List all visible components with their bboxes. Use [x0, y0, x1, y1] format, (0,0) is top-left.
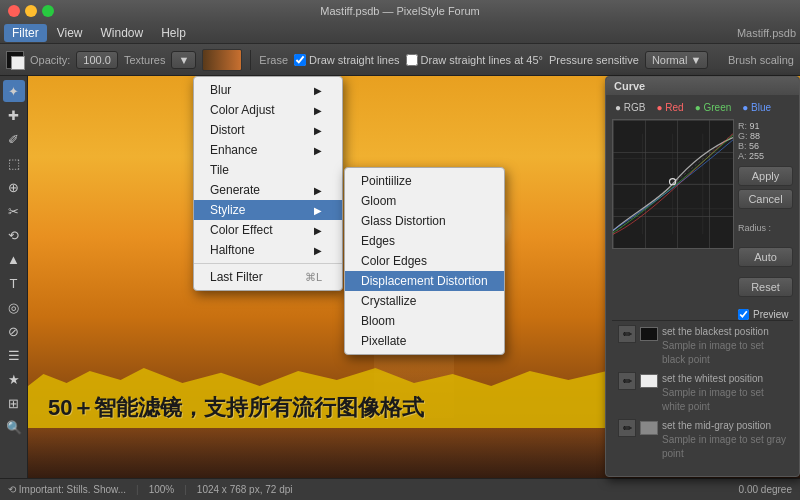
- erase-label: Erase: [259, 54, 288, 66]
- stylize-crystallize[interactable]: Crystallize: [345, 291, 504, 311]
- file-name: Mastiff.psdb: [737, 27, 796, 39]
- draw-straight-check[interactable]: Draw straight lines: [294, 54, 399, 66]
- color-swatches: [6, 51, 24, 69]
- white-point-sublabel: Sample in image to set white point: [662, 386, 787, 414]
- channel-red[interactable]: ● Red: [654, 101, 687, 114]
- stylize-pointiilize[interactable]: Pointiilize: [345, 171, 504, 191]
- tool-text[interactable]: T: [3, 272, 25, 294]
- traffic-lights: [8, 5, 54, 17]
- tool-shape[interactable]: ▲: [3, 248, 25, 270]
- textures-btn[interactable]: ▼: [171, 51, 196, 69]
- filter-distort[interactable]: Distort ▶: [194, 120, 342, 140]
- image-dimensions: 1024 x 768 px, 72 dpi: [197, 484, 293, 495]
- curve-panel-titlebar: Curve: [606, 77, 799, 95]
- filter-tile[interactable]: Tile: [194, 160, 342, 180]
- tool-pen[interactable]: ✐: [3, 128, 25, 150]
- filter-color-effect[interactable]: Color Effect ▶: [194, 220, 342, 240]
- tool-star[interactable]: ★: [3, 368, 25, 390]
- gray-point-sublabel: Sample in image to set gray point: [662, 433, 787, 461]
- tool-eraser[interactable]: ⊘: [3, 320, 25, 342]
- stylize-displacement[interactable]: Displacement Distortion: [345, 271, 504, 291]
- textures-label: Textures: [124, 54, 166, 66]
- auto-button[interactable]: Auto: [738, 247, 793, 267]
- filter-blur[interactable]: Blur ▶: [194, 80, 342, 100]
- curve-panel: Curve ● RGB ● Red ● Green ● Blue: [605, 76, 800, 477]
- filter-color-adjust[interactable]: Color Adjust ▶: [194, 100, 342, 120]
- stylize-edges[interactable]: Edges: [345, 231, 504, 251]
- filter-generate[interactable]: Generate ▶: [194, 180, 342, 200]
- filter-stylize[interactable]: Stylize ▶: [194, 200, 342, 220]
- filter-last[interactable]: Last Filter ⌘L: [194, 267, 342, 287]
- fullscreen-button[interactable]: [42, 5, 54, 17]
- tool-grid[interactable]: ⊞: [3, 392, 25, 414]
- tool-zoom[interactable]: 🔍: [3, 416, 25, 438]
- draw-straight-checkbox[interactable]: [294, 54, 306, 66]
- stylize-color-edges[interactable]: Color Edges: [345, 251, 504, 271]
- tool-rotate[interactable]: ⟲: [3, 224, 25, 246]
- filter-halftone[interactable]: Halftone ▶: [194, 240, 342, 260]
- menu-item-filter[interactable]: Filter: [4, 24, 47, 42]
- white-point-row: ✏ set the whitest position Sample in ima…: [618, 372, 787, 414]
- tool-crop[interactable]: ✂: [3, 200, 25, 222]
- tool-eyedropper[interactable]: ◎: [3, 296, 25, 318]
- channel-blue[interactable]: ● Blue: [739, 101, 774, 114]
- main-window: Mastiff.psdb — PixelStyle Forum Filter V…: [0, 0, 800, 500]
- gray-eyedropper-icon[interactable]: ✏: [618, 419, 636, 437]
- black-point-sublabel: Sample in image to set black point: [662, 339, 787, 367]
- white-swatch: [640, 374, 658, 388]
- opacity-input[interactable]: 100.0: [76, 51, 118, 69]
- tool-move[interactable]: ✚: [3, 104, 25, 126]
- menu-item-help[interactable]: Help: [153, 24, 194, 42]
- reset-button[interactable]: Reset: [738, 277, 793, 297]
- foreground-color[interactable]: [6, 51, 24, 69]
- curve-panel-body: ● RGB ● Red ● Green ● Blue: [606, 95, 799, 476]
- filter-separator: [194, 263, 342, 264]
- brush-preview: [202, 49, 242, 71]
- title-bar: Mastiff.psdb — PixelStyle Forum: [0, 0, 800, 22]
- status-bar: ⟲ Important: Stills. Show... | 100% | 10…: [0, 478, 800, 500]
- b-value: B: 56: [738, 141, 793, 151]
- stylize-gloom[interactable]: Gloom: [345, 191, 504, 211]
- mode-dropdown[interactable]: Normal ▼: [645, 51, 708, 69]
- cancel-button[interactable]: Cancel: [738, 189, 793, 209]
- tool-rect[interactable]: ⬚: [3, 152, 25, 174]
- tool-lasso[interactable]: ⊕: [3, 176, 25, 198]
- channel-rgb[interactable]: ● RGB: [612, 101, 649, 114]
- r-value: R: 91: [738, 121, 793, 131]
- gray-point-row: ✏ set the mid-gray position Sample in im…: [618, 419, 787, 461]
- channel-green[interactable]: ● Green: [692, 101, 735, 114]
- preview-check[interactable]: Preview: [738, 309, 793, 320]
- preview-checkbox[interactable]: [738, 309, 749, 320]
- tool-brush[interactable]: ✦: [3, 80, 25, 102]
- stylize-bloom[interactable]: Bloom: [345, 311, 504, 331]
- curve-channels: ● RGB ● Red ● Green ● Blue: [612, 101, 793, 114]
- apply-button[interactable]: Apply: [738, 166, 793, 186]
- white-eyedropper-icon[interactable]: ✏: [618, 372, 636, 390]
- background-color[interactable]: [11, 56, 25, 70]
- menu-item-window[interactable]: Window: [92, 24, 151, 42]
- black-eyedropper-icon[interactable]: ✏: [618, 325, 636, 343]
- tool-fill[interactable]: ☰: [3, 344, 25, 366]
- minimize-button[interactable]: [25, 5, 37, 17]
- curve-panel-title: Curve: [614, 80, 645, 92]
- stylize-submenu: Pointiilize Gloom Glass Distortion Edges…: [344, 167, 505, 355]
- black-swatch: [640, 327, 658, 341]
- dropdown-container: Blur ▶ Color Adjust ▶ Distort ▶ Enhance …: [193, 76, 343, 291]
- close-button[interactable]: [8, 5, 20, 17]
- curve-graph[interactable]: [612, 119, 734, 249]
- separator-1: [250, 50, 251, 70]
- draw-45-checkbox[interactable]: [406, 54, 418, 66]
- degrees-indicator: 0.00 degree: [739, 484, 792, 495]
- curve-svg: [613, 120, 733, 248]
- stylize-glass[interactable]: Glass Distortion: [345, 211, 504, 231]
- zoom-level: 100%: [149, 484, 175, 495]
- color-values: R: 91 G: 88 B: 56 A: 255: [738, 121, 793, 161]
- draw-45-check[interactable]: Draw straight lines at 45°: [406, 54, 543, 66]
- curve-content: R: 91 G: 88 B: 56 A: 255 Apply Cancel Ra…: [612, 119, 793, 320]
- stylize-pixellate[interactable]: Pixellate: [345, 331, 504, 351]
- g-value: G: 88: [738, 131, 793, 141]
- gray-swatch: [640, 421, 658, 435]
- filter-enhance[interactable]: Enhance ▶: [194, 140, 342, 160]
- filter-dropdown-menu: Blur ▶ Color Adjust ▶ Distort ▶ Enhance …: [193, 76, 343, 291]
- menu-item-view[interactable]: View: [49, 24, 91, 42]
